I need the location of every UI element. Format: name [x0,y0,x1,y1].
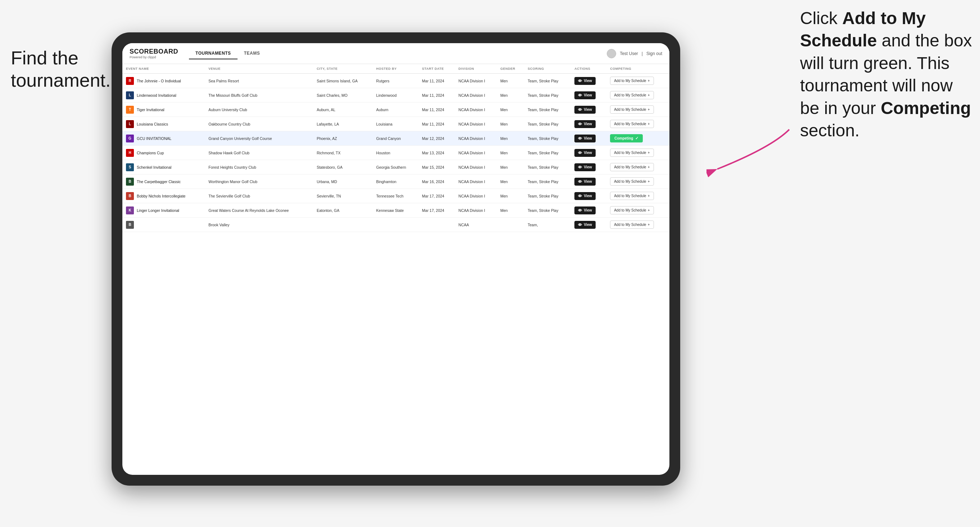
event-name-cell: S Schenkel Invitational [126,163,201,171]
annotation-right: Click Add to My Schedule and the box wil… [800,7,973,142]
city-cell: Sevierville, TN [313,189,372,203]
actions-cell: 👁View [571,74,606,88]
table-row: L Louisiana Classics Oakbourne Country C… [123,117,670,131]
venue-cell: Great Waters Course At Reynolds Lake Oco… [205,203,313,217]
competing-button[interactable]: Competing✓ [610,134,643,143]
eye-icon: 👁 [578,223,582,227]
table-row: K Linger Longer Invitational Great Water… [123,203,670,217]
plus-icon: + [648,179,650,183]
event-name-cell: B [126,221,201,229]
sign-out-link[interactable]: Sign out [646,51,662,56]
add-schedule-button[interactable]: Add to My Schedule+ [610,105,654,114]
table-row: H Champions Cup Shadow Hawk Golf ClubRic… [123,146,670,160]
view-button[interactable]: 👁View [574,206,596,214]
add-schedule-button[interactable]: Add to My Schedule+ [610,149,654,157]
table-row: S Schenkel Invitational Forest Heights C… [123,160,670,175]
gender-cell: Men [497,189,524,203]
add-schedule-button[interactable]: Add to My Schedule+ [610,192,654,200]
eye-icon: 👁 [578,108,582,112]
view-button[interactable]: 👁View [574,221,596,229]
venue-cell: Brook Valley [205,217,313,232]
view-button[interactable]: 👁View [574,120,596,128]
scoring-cell: Team, Stroke Play [524,103,571,117]
date-cell: Mar 11, 2024 [418,117,455,131]
event-name-cell: T Tiger Invitational [126,106,201,114]
date-cell: Mar 15, 2024 [418,160,455,175]
actions-cell: 👁View [571,217,606,232]
add-schedule-button[interactable]: Add to My Schedule+ [610,77,654,85]
table-row: T Tiger Invitational Auburn University C… [123,103,670,117]
view-button[interactable]: 👁View [574,135,596,143]
competing-cell: Competing✓ [606,131,670,146]
competing-cell: Add to My Schedule+ [606,160,670,175]
competing-cell: Add to My Schedule+ [606,217,670,232]
event-name-cell: B The Carpetbagger Classic [126,178,201,186]
tablet-device: SCOREBOARD Powered by clippd TOURNAMENTS… [111,32,680,486]
actions-cell: 👁View [571,88,606,103]
add-schedule-label: Add to My Schedule [614,108,646,111]
event-name-text: The Carpetbagger Classic [137,179,181,184]
add-schedule-button[interactable]: Add to My Schedule+ [610,163,654,171]
hosted-cell: Kennesaw State [372,203,418,217]
venue-cell: Oakbourne Country Club [205,117,313,131]
eye-icon: 👁 [578,122,582,126]
event-name-cell: H Champions Cup [126,149,201,157]
division-cell: NCAA Division I [455,203,497,217]
actions-cell: 👁View [571,175,606,189]
team-logo: S [126,163,134,171]
add-schedule-label: Add to My Schedule [614,151,646,155]
add-schedule-button[interactable]: Add to My Schedule+ [610,120,654,128]
tab-teams[interactable]: TEAMS [237,48,267,59]
event-name-cell: G GCU INVITATIONAL [126,135,201,143]
event-name-cell: R The Johnnie - O Individual [126,77,201,85]
team-logo: G [126,135,134,143]
table-container: EVENT NAME VENUE CITY, STATE HOSTED BY S… [123,64,670,475]
view-button[interactable]: 👁View [574,106,596,114]
add-schedule-button[interactable]: Add to My Schedule+ [610,206,654,214]
check-icon: ✓ [635,136,638,141]
add-schedule-button[interactable]: Add to My Schedule+ [610,91,654,99]
city-cell: Saint Simons Island, GA [313,74,372,88]
view-button[interactable]: 👁View [574,178,596,186]
eye-icon: 👁 [578,137,582,141]
app-header: SCOREBOARD Powered by clippd TOURNAMENTS… [123,43,670,64]
tab-tournaments[interactable]: TOURNAMENTS [189,48,237,59]
col-header-city: CITY, STATE [313,64,372,74]
plus-icon: + [648,194,650,198]
hosted-cell: Grand Canyon [372,131,418,146]
view-button[interactable]: 👁View [574,192,596,200]
view-button[interactable]: 👁View [574,149,596,157]
scoring-cell: Team, Stroke Play [524,203,571,217]
division-cell: NCAA Division I [455,189,497,203]
division-cell: NCAA [455,217,497,232]
table-row: R The Johnnie - O Individual Sea Palms R… [123,74,670,88]
event-name-text: Linger Longer Invitational [137,208,179,213]
plus-icon: + [648,79,650,83]
scoring-cell: Team, [524,217,571,232]
gender-cell: Men [497,160,524,175]
annotation-left: Find the tournament. [11,47,111,92]
add-schedule-button[interactable]: Add to My Schedule+ [610,177,654,186]
team-logo: B [126,192,134,200]
scoring-cell: Team, Stroke Play [524,189,571,203]
event-name-text: Schenkel Invitational [137,165,171,170]
col-header-scoring: SCORING [524,64,571,74]
city-cell: Lafayette, LA [313,117,372,131]
table-body: R The Johnnie - O Individual Sea Palms R… [123,74,670,232]
view-button[interactable]: 👁View [574,77,596,85]
team-logo: L [126,120,134,128]
event-name-cell: L Louisiana Classics [126,120,201,128]
add-schedule-button[interactable]: Add to My Schedule+ [610,221,654,229]
header-right: Test User | Sign out [607,49,662,58]
view-button[interactable]: 👁View [574,163,596,171]
division-cell: NCAA Division I [455,88,497,103]
table-row: B Brook ValleyNCAATeam,👁ViewAdd to My Sc… [123,217,670,232]
venue-cell: Sea Palms Resort [205,74,313,88]
hosted-cell: Houston [372,146,418,160]
view-button[interactable]: 👁View [574,91,596,99]
actions-cell: 👁View [571,117,606,131]
city-cell: Saint Charles, MO [313,88,372,103]
scoring-cell: Team, Stroke Play [524,146,571,160]
event-name-cell: L Lindenwood Invitational [126,91,201,99]
event-name-text: GCU INVITATIONAL [137,137,171,141]
